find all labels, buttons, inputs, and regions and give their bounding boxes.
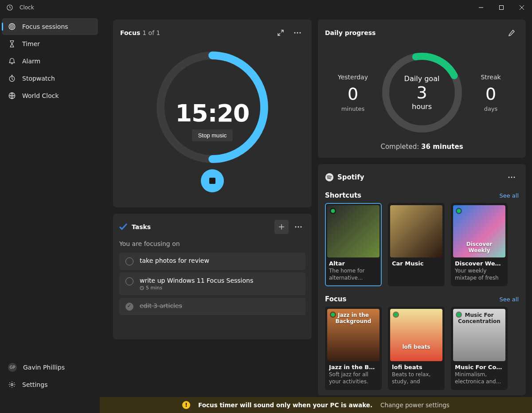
warning-icon: ! bbox=[182, 401, 190, 409]
svg-point-15 bbox=[295, 226, 297, 228]
sidebar-item-label: Focus sessions bbox=[22, 23, 68, 30]
daily-goal-ring: Daily goal 3 hours bbox=[380, 51, 464, 135]
see-all-shortcuts[interactable]: See all bbox=[499, 192, 519, 199]
stopwatch-icon bbox=[8, 74, 16, 82]
window-title: Clock bbox=[20, 4, 34, 11]
svg-point-26 bbox=[394, 312, 398, 316]
svg-point-4 bbox=[12, 26, 13, 27]
svg-point-17 bbox=[301, 226, 302, 228]
svg-rect-1 bbox=[500, 6, 504, 10]
task-text: edit 3 articles bbox=[140, 302, 182, 309]
svg-point-7 bbox=[11, 384, 13, 386]
user-name: Gavin Phillips bbox=[23, 364, 65, 371]
sidebar-user[interactable]: GP Gavin Phillips bbox=[2, 359, 98, 376]
main-content: Focus 1 of 1 15:20 Stop music bbox=[100, 15, 532, 397]
svg-point-20 bbox=[509, 177, 510, 178]
hourglass-icon bbox=[8, 40, 16, 48]
sidebar-item-timer[interactable]: Timer bbox=[2, 35, 98, 52]
task-text: write up Windows 11 Focus Sessions bbox=[140, 277, 253, 284]
stop-session-button[interactable] bbox=[201, 169, 224, 192]
minimize-button[interactable] bbox=[471, 0, 491, 15]
progress-title: Daily progress bbox=[325, 29, 376, 36]
svg-point-21 bbox=[511, 177, 512, 178]
sidebar-item-label: Alarm bbox=[22, 58, 40, 65]
sidebar-item-label: Stopwatch bbox=[22, 75, 55, 82]
sidebar-item-world-clock[interactable]: World Clock bbox=[2, 87, 98, 104]
sidebar-item-label: World Clock bbox=[22, 92, 59, 99]
focus-title: Focus bbox=[120, 29, 140, 36]
more-button[interactable] bbox=[505, 170, 519, 184]
sidebar-item-stopwatch[interactable]: Stopwatch bbox=[2, 70, 98, 87]
svg-point-24 bbox=[457, 209, 461, 213]
focus-session-card: Focus 1 of 1 15:20 Stop music bbox=[113, 19, 312, 207]
spotify-card: Spotify Shortcuts See all Altar The home… bbox=[318, 164, 526, 395]
playlist-art bbox=[327, 205, 379, 257]
tasks-title: Tasks bbox=[132, 223, 151, 230]
tasks-focusing-label: You are focusing on bbox=[119, 240, 305, 247]
daily-progress-card: Daily progress Yesterday 0 minutes bbox=[318, 19, 526, 158]
svg-point-10 bbox=[300, 32, 301, 34]
playlist-art: Discover Weekly bbox=[453, 205, 505, 257]
metric-yesterday: Yesterday 0 minutes bbox=[333, 74, 373, 112]
sidebar-item-label: Settings bbox=[22, 381, 47, 388]
svg-point-23 bbox=[331, 209, 335, 213]
more-button[interactable] bbox=[291, 220, 305, 234]
gear-icon bbox=[8, 381, 16, 389]
app-icon bbox=[6, 4, 13, 11]
spotify-brand: Spotify bbox=[337, 173, 364, 181]
globe-icon bbox=[8, 92, 16, 100]
titlebar: Clock bbox=[0, 0, 532, 15]
task-text: take photos for review bbox=[140, 257, 209, 264]
svg-point-8 bbox=[294, 32, 296, 34]
focus-timer-value: 15:20 bbox=[113, 99, 312, 127]
task-row[interactable]: edit 3 articles bbox=[119, 298, 305, 315]
playlist-tile[interactable]: lofi beats lofi beats Beats to relax, st… bbox=[388, 307, 445, 390]
playlist-tile[interactable]: Music For Concentration Music For Conce.… bbox=[451, 307, 508, 390]
edit-goal-button[interactable] bbox=[505, 26, 519, 40]
tasks-icon bbox=[119, 223, 127, 231]
svg-point-22 bbox=[514, 177, 515, 178]
playlist-art: Jazz in the Background bbox=[327, 309, 379, 361]
target-icon bbox=[8, 23, 16, 31]
task-row[interactable]: write up Windows 11 Focus Sessions 5 min… bbox=[119, 273, 305, 295]
task-checkbox[interactable] bbox=[125, 277, 133, 285]
shortcuts-title: Shortcuts bbox=[325, 191, 361, 199]
playlist-tile[interactable]: Altar The home for alternative... bbox=[325, 203, 382, 286]
svg-point-9 bbox=[297, 32, 298, 34]
bell-icon bbox=[8, 57, 16, 65]
playlist-art: lofi beats bbox=[390, 309, 442, 361]
playlist-art bbox=[390, 205, 442, 257]
avatar: GP bbox=[8, 363, 17, 372]
close-button[interactable] bbox=[512, 0, 532, 15]
task-duration: 5 mins bbox=[140, 285, 253, 291]
task-checkbox[interactable] bbox=[125, 303, 133, 311]
playlist-tile[interactable]: Car Music bbox=[388, 203, 445, 286]
completed-text: Completed: 36 minutes bbox=[318, 143, 526, 151]
sidebar-item-focus-sessions[interactable]: Focus sessions bbox=[2, 18, 98, 35]
spotify-icon bbox=[325, 173, 334, 182]
metric-streak: Streak 0 days bbox=[471, 74, 511, 112]
svg-point-16 bbox=[298, 226, 299, 228]
focus-playlists-title: Focus bbox=[325, 295, 346, 303]
maximize-button[interactable] bbox=[491, 0, 512, 15]
playlist-tile[interactable]: Jazz in the Background Jazz in the Backg… bbox=[325, 307, 382, 390]
add-task-button[interactable] bbox=[274, 220, 289, 234]
alert-message: Focus timer will sound only when your PC… bbox=[198, 401, 372, 409]
task-checkbox[interactable] bbox=[125, 257, 133, 265]
tasks-card: Tasks You are focusing on take photos fo… bbox=[113, 214, 312, 339]
stop-music-button[interactable]: Stop music bbox=[192, 129, 233, 141]
alert-bar: ! Focus timer will sound only when your … bbox=[100, 397, 532, 413]
change-power-settings-link[interactable]: Change power settings bbox=[380, 401, 450, 409]
expand-button[interactable] bbox=[274, 26, 288, 40]
playlist-art: Music For Concentration bbox=[453, 309, 505, 361]
sidebar-item-label: Timer bbox=[22, 40, 40, 47]
sidebar: Focus sessions Timer Alarm Stopwatch Wor… bbox=[0, 15, 100, 397]
task-row[interactable]: take photos for review bbox=[119, 253, 305, 270]
playlist-tile[interactable]: Discover Weekly Discover Weekly Your wee… bbox=[451, 203, 508, 286]
focus-counter: 1 of 1 bbox=[142, 29, 160, 36]
more-button[interactable] bbox=[290, 26, 305, 40]
sidebar-item-alarm[interactable]: Alarm bbox=[2, 53, 98, 70]
sidebar-item-settings[interactable]: Settings bbox=[2, 376, 98, 393]
see-all-focus[interactable]: See all bbox=[499, 296, 519, 303]
